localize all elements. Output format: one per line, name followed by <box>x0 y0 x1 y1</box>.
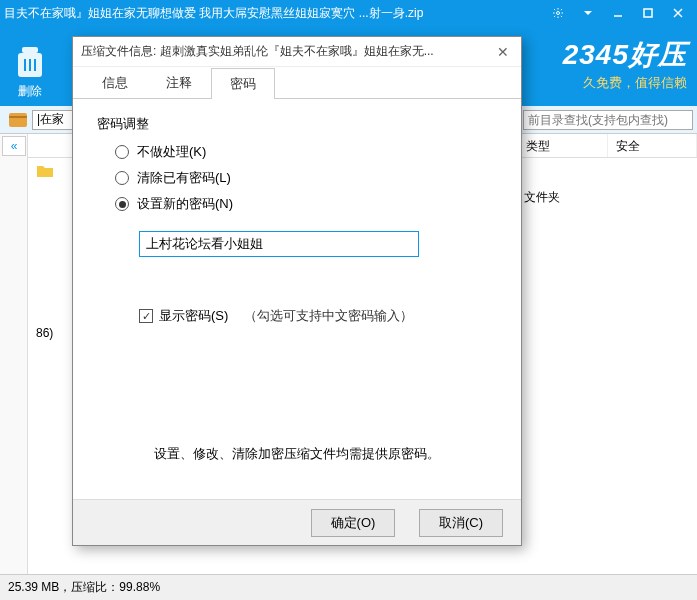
folder-icon <box>36 164 54 178</box>
archive-icon <box>8 112 28 128</box>
dialog-button-bar: 确定(O) 取消(C) <box>73 499 521 545</box>
settings-icon[interactable] <box>543 0 573 26</box>
svg-rect-2 <box>644 9 652 17</box>
password-input[interactable] <box>139 231 419 257</box>
ok-button[interactable]: 确定(O) <box>311 509 395 537</box>
file-name-cell: 86) <box>36 326 53 340</box>
column-type[interactable]: 类型 <box>518 134 608 157</box>
file-type-cell: 文件夹 <box>524 189 560 206</box>
minimize-icon[interactable] <box>603 0 633 26</box>
dialog-titlebar: 压缩文件信息: 超刺激真实姐弟乱伦『姐夫不在家哦』姐姐在家无... ✕ <box>73 37 521 67</box>
show-password-row[interactable]: 显示密码(S) （勾选可支持中文密码输入） <box>139 307 497 325</box>
password-group-title: 密码调整 <box>97 115 497 133</box>
window-titlebar: 目夫不在家哦』姐姐在家无聊想做爱 我用大屌安慰黑丝姐姐寂寞穴 ...射一身.zi… <box>0 0 697 26</box>
dropdown-icon[interactable] <box>573 0 603 26</box>
radio-clear-password[interactable]: 清除已有密码(L) <box>115 169 497 187</box>
show-password-hint: （勾选可支持中文密码输入） <box>244 307 413 325</box>
svg-rect-6 <box>22 47 38 53</box>
dialog-tabs: 信息 注释 密码 <box>73 67 521 99</box>
brand-logo: 2345好压 <box>563 36 687 74</box>
status-bar: 25.39 MB，压缩比：99.88% <box>0 574 697 600</box>
dialog-note: 设置、修改、清除加密压缩文件均需提供原密码。 <box>97 445 497 463</box>
radio-icon <box>115 145 129 159</box>
radio-label: 不做处理(K) <box>137 143 206 161</box>
svg-rect-10 <box>9 113 27 127</box>
radio-label: 清除已有密码(L) <box>137 169 231 187</box>
trash-icon <box>10 41 50 81</box>
radio-set-password[interactable]: 设置新的密码(N) <box>115 195 497 213</box>
dialog-close-icon[interactable]: ✕ <box>493 44 513 60</box>
radio-icon <box>115 197 129 211</box>
tab-comment[interactable]: 注释 <box>147 67 211 98</box>
svg-point-0 <box>557 12 560 15</box>
cancel-button[interactable]: 取消(C) <box>419 509 503 537</box>
show-password-label: 显示密码(S) <box>159 307 228 325</box>
radio-no-action[interactable]: 不做处理(K) <box>115 143 497 161</box>
checkbox-icon <box>139 309 153 323</box>
close-icon[interactable] <box>663 0 693 26</box>
column-security[interactable]: 安全 <box>608 134 697 157</box>
delete-label: 删除 <box>18 84 42 98</box>
maximize-icon[interactable] <box>633 0 663 26</box>
tab-info[interactable]: 信息 <box>83 67 147 98</box>
dialog-title: 压缩文件信息: 超刺激真实姐弟乱伦『姐夫不在家哦』姐姐在家无... <box>81 43 493 60</box>
window-title: 目夫不在家哦』姐姐在家无聊想做爱 我用大屌安慰黑丝姐姐寂寞穴 ...射一身.zi… <box>4 5 543 22</box>
radio-icon <box>115 171 129 185</box>
brand-tagline: 久免费，值得信赖 <box>563 74 687 92</box>
search-input[interactable] <box>523 110 693 130</box>
tab-password[interactable]: 密码 <box>211 68 275 99</box>
svg-rect-11 <box>9 116 27 118</box>
panel-toggle-icon[interactable]: « <box>2 136 26 156</box>
left-panel: « <box>0 134 28 574</box>
radio-label: 设置新的密码(N) <box>137 195 233 213</box>
dialog-body: 密码调整 不做处理(K) 清除已有密码(L) 设置新的密码(N) 显示密码(S)… <box>73 99 521 479</box>
window-controls <box>543 0 693 26</box>
archive-info-dialog: 压缩文件信息: 超刺激真实姐弟乱伦『姐夫不在家哦』姐姐在家无... ✕ 信息 注… <box>72 36 522 546</box>
status-text: 25.39 MB，压缩比：99.88% <box>8 579 160 596</box>
brand-area: 2345好压 久免费，值得信赖 <box>563 36 687 92</box>
delete-button[interactable]: 删除 <box>0 33 60 100</box>
